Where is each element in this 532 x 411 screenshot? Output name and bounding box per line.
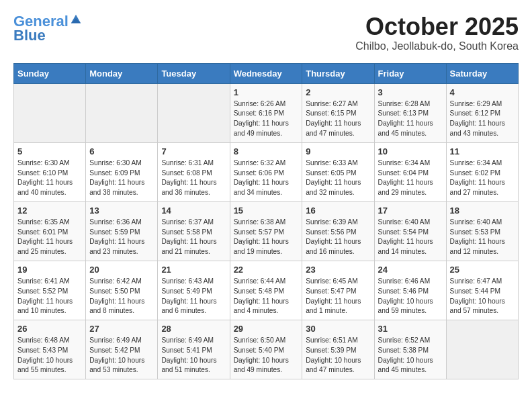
logo-icon: [70, 13, 82, 26]
calendar-cell: 17Sunrise: 6:40 AM Sunset: 5:54 PM Dayli…: [374, 201, 446, 261]
day-number: 18: [450, 205, 515, 216]
day-number: 24: [378, 265, 443, 275]
calendar-cell: [446, 320, 518, 379]
day-number: 28: [161, 324, 226, 334]
calendar-cell: 29Sunrise: 6:50 AM Sunset: 5:40 PM Dayli…: [230, 320, 302, 379]
calendar-cell: 30Sunrise: 6:51 AM Sunset: 5:39 PM Dayli…: [302, 320, 374, 379]
day-number: 5: [17, 146, 82, 156]
day-info: Sunrise: 6:38 AM Sunset: 5:57 PM Dayligh…: [234, 218, 299, 257]
day-number: 22: [234, 265, 299, 275]
day-info: Sunrise: 6:30 AM Sunset: 6:10 PM Dayligh…: [17, 158, 82, 198]
calendar-cell: 5Sunrise: 6:30 AM Sunset: 6:10 PM Daylig…: [14, 142, 86, 201]
day-info: Sunrise: 6:27 AM Sunset: 6:15 PM Dayligh…: [306, 99, 370, 139]
calendar-cell: 11Sunrise: 6:34 AM Sunset: 6:02 PM Dayli…: [446, 142, 518, 201]
day-info: Sunrise: 6:43 AM Sunset: 5:49 PM Dayligh…: [161, 277, 226, 316]
day-info: Sunrise: 6:46 AM Sunset: 5:46 PM Dayligh…: [378, 277, 443, 316]
day-number: 9: [306, 146, 370, 156]
day-info: Sunrise: 6:52 AM Sunset: 5:38 PM Dayligh…: [378, 336, 443, 375]
calendar-cell: 24Sunrise: 6:46 AM Sunset: 5:46 PM Dayli…: [374, 261, 446, 320]
day-info: Sunrise: 6:39 AM Sunset: 5:56 PM Dayligh…: [306, 218, 370, 257]
page-header: General Blue October 2025 Chilbo, Jeolla…: [13, 13, 519, 52]
calendar-cell: 15Sunrise: 6:38 AM Sunset: 5:57 PM Dayli…: [230, 201, 302, 261]
calendar-cell: 12Sunrise: 6:35 AM Sunset: 6:01 PM Dayli…: [14, 201, 86, 261]
calendar-week-5: 26Sunrise: 6:48 AM Sunset: 5:43 PM Dayli…: [14, 320, 519, 379]
day-number: 16: [306, 205, 370, 216]
day-number: 26: [17, 324, 82, 334]
day-number: 17: [378, 205, 443, 216]
day-number: 19: [17, 265, 82, 275]
day-number: 11: [450, 146, 515, 156]
calendar-cell: 16Sunrise: 6:39 AM Sunset: 5:56 PM Dayli…: [302, 201, 374, 261]
calendar-cell: 20Sunrise: 6:42 AM Sunset: 5:50 PM Dayli…: [86, 261, 158, 320]
day-number: 31: [378, 324, 443, 334]
calendar-table: SundayMondayTuesdayWednesdayThursdayFrid…: [13, 63, 519, 380]
day-info: Sunrise: 6:26 AM Sunset: 6:16 PM Dayligh…: [234, 99, 299, 139]
calendar-cell: 19Sunrise: 6:41 AM Sunset: 5:52 PM Dayli…: [14, 261, 86, 320]
calendar-cell: 26Sunrise: 6:48 AM Sunset: 5:43 PM Dayli…: [14, 320, 86, 379]
calendar-cell: 2Sunrise: 6:27 AM Sunset: 6:15 PM Daylig…: [302, 83, 374, 142]
calendar-week-4: 19Sunrise: 6:41 AM Sunset: 5:52 PM Dayli…: [14, 261, 519, 320]
calendar-cell: 7Sunrise: 6:31 AM Sunset: 6:08 PM Daylig…: [158, 142, 230, 201]
month-title: October 2025: [355, 13, 519, 40]
weekday-header-monday: Monday: [86, 63, 158, 83]
day-info: Sunrise: 6:40 AM Sunset: 5:53 PM Dayligh…: [450, 218, 515, 257]
weekday-header-sunday: Sunday: [14, 63, 86, 83]
calendar-cell: 4Sunrise: 6:29 AM Sunset: 6:12 PM Daylig…: [446, 83, 518, 142]
calendar-cell: 13Sunrise: 6:36 AM Sunset: 5:59 PM Dayli…: [86, 201, 158, 261]
weekday-header-tuesday: Tuesday: [158, 63, 230, 83]
day-number: 7: [161, 146, 226, 156]
calendar-header-row: SundayMondayTuesdayWednesdayThursdayFrid…: [14, 63, 519, 83]
day-number: 29: [234, 324, 299, 334]
calendar-cell: [86, 83, 158, 142]
day-info: Sunrise: 6:50 AM Sunset: 5:40 PM Dayligh…: [234, 336, 299, 375]
day-info: Sunrise: 6:31 AM Sunset: 6:08 PM Dayligh…: [161, 158, 226, 198]
day-info: Sunrise: 6:34 AM Sunset: 6:04 PM Dayligh…: [378, 158, 443, 198]
weekday-header-wednesday: Wednesday: [230, 63, 302, 83]
day-info: Sunrise: 6:28 AM Sunset: 6:13 PM Dayligh…: [378, 99, 443, 139]
calendar-cell: 14Sunrise: 6:37 AM Sunset: 5:58 PM Dayli…: [158, 201, 230, 261]
day-info: Sunrise: 6:35 AM Sunset: 6:01 PM Dayligh…: [17, 218, 82, 257]
day-info: Sunrise: 6:37 AM Sunset: 5:58 PM Dayligh…: [161, 218, 226, 257]
day-info: Sunrise: 6:34 AM Sunset: 6:02 PM Dayligh…: [450, 158, 515, 198]
weekday-header-thursday: Thursday: [302, 63, 374, 83]
day-info: Sunrise: 6:45 AM Sunset: 5:47 PM Dayligh…: [306, 277, 370, 316]
logo: General Blue: [13, 13, 82, 44]
day-info: Sunrise: 6:41 AM Sunset: 5:52 PM Dayligh…: [17, 277, 82, 316]
day-info: Sunrise: 6:32 AM Sunset: 6:06 PM Dayligh…: [234, 158, 299, 198]
day-number: 21: [161, 265, 226, 275]
location: Chilbo, Jeollabuk-do, South Korea: [355, 40, 519, 52]
calendar-cell: 18Sunrise: 6:40 AM Sunset: 5:53 PM Dayli…: [446, 201, 518, 261]
calendar-week-1: 1Sunrise: 6:26 AM Sunset: 6:16 PM Daylig…: [14, 83, 519, 142]
calendar-cell: 31Sunrise: 6:52 AM Sunset: 5:38 PM Dayli…: [374, 320, 446, 379]
weekday-header-saturday: Saturday: [446, 63, 518, 83]
day-info: Sunrise: 6:44 AM Sunset: 5:48 PM Dayligh…: [234, 277, 299, 316]
day-number: 1: [234, 87, 299, 97]
calendar-cell: 10Sunrise: 6:34 AM Sunset: 6:04 PM Dayli…: [374, 142, 446, 201]
day-info: Sunrise: 6:30 AM Sunset: 6:09 PM Dayligh…: [89, 158, 154, 198]
day-info: Sunrise: 6:42 AM Sunset: 5:50 PM Dayligh…: [89, 277, 154, 316]
day-number: 3: [378, 87, 443, 97]
calendar-cell: 22Sunrise: 6:44 AM Sunset: 5:48 PM Dayli…: [230, 261, 302, 320]
day-number: 2: [306, 87, 370, 97]
calendar-cell: 21Sunrise: 6:43 AM Sunset: 5:49 PM Dayli…: [158, 261, 230, 320]
day-number: 25: [450, 265, 515, 275]
day-number: 27: [89, 324, 154, 334]
day-number: 13: [89, 205, 154, 216]
day-info: Sunrise: 6:29 AM Sunset: 6:12 PM Dayligh…: [450, 99, 515, 139]
day-info: Sunrise: 6:48 AM Sunset: 5:43 PM Dayligh…: [17, 336, 82, 375]
day-info: Sunrise: 6:49 AM Sunset: 5:42 PM Dayligh…: [89, 336, 154, 375]
calendar-cell: 8Sunrise: 6:32 AM Sunset: 6:06 PM Daylig…: [230, 142, 302, 201]
day-number: 23: [306, 265, 370, 275]
day-info: Sunrise: 6:36 AM Sunset: 5:59 PM Dayligh…: [89, 218, 154, 257]
day-number: 15: [234, 205, 299, 216]
day-number: 6: [89, 146, 154, 156]
day-number: 12: [17, 205, 82, 216]
day-info: Sunrise: 6:33 AM Sunset: 6:05 PM Dayligh…: [306, 158, 370, 198]
calendar-cell: 25Sunrise: 6:47 AM Sunset: 5:44 PM Dayli…: [446, 261, 518, 320]
calendar-cell: 23Sunrise: 6:45 AM Sunset: 5:47 PM Dayli…: [302, 261, 374, 320]
weekday-header-friday: Friday: [374, 63, 446, 83]
calendar-cell: 1Sunrise: 6:26 AM Sunset: 6:16 PM Daylig…: [230, 83, 302, 142]
day-number: 8: [234, 146, 299, 156]
day-info: Sunrise: 6:51 AM Sunset: 5:39 PM Dayligh…: [306, 336, 370, 375]
calendar-cell: 9Sunrise: 6:33 AM Sunset: 6:05 PM Daylig…: [302, 142, 374, 201]
